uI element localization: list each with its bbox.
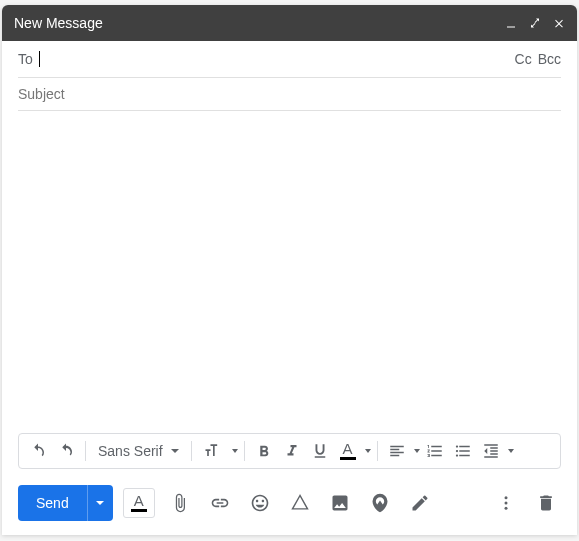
to-label: To bbox=[18, 51, 33, 67]
format-toolbar: Sans Serif A bbox=[18, 433, 561, 469]
titlebar[interactable]: New Message bbox=[2, 5, 577, 41]
svg-point-1 bbox=[505, 502, 508, 505]
subject-row[interactable] bbox=[18, 78, 561, 111]
chevron-down-icon[interactable] bbox=[232, 449, 238, 453]
attach-file-icon[interactable] bbox=[165, 488, 195, 518]
insert-signature-icon[interactable] bbox=[405, 488, 435, 518]
separator bbox=[244, 441, 245, 461]
numbered-list-button[interactable] bbox=[422, 437, 448, 465]
discard-draft-icon[interactable] bbox=[531, 488, 561, 518]
compose-window: New Message To Cc Bcc bbox=[2, 5, 577, 535]
window-controls bbox=[505, 17, 565, 29]
message-body[interactable] bbox=[2, 111, 577, 433]
chevron-down-icon bbox=[96, 501, 104, 505]
send-button[interactable]: Send bbox=[18, 485, 87, 521]
font-size-button[interactable] bbox=[198, 437, 228, 465]
insert-drive-icon[interactable] bbox=[285, 488, 315, 518]
separator bbox=[377, 441, 378, 461]
send-options-button[interactable] bbox=[87, 485, 113, 521]
redo-button[interactable] bbox=[53, 437, 79, 465]
font-family-label: Sans Serif bbox=[98, 443, 163, 459]
bulleted-list-button[interactable] bbox=[450, 437, 476, 465]
format-options-button[interactable]: A bbox=[123, 488, 155, 518]
action-bar: Send A bbox=[2, 475, 577, 535]
separator bbox=[191, 441, 192, 461]
insert-photo-icon[interactable] bbox=[325, 488, 355, 518]
text-color-button[interactable]: A bbox=[335, 437, 361, 465]
insert-emoji-icon[interactable] bbox=[245, 488, 275, 518]
align-button[interactable] bbox=[384, 437, 410, 465]
cc-button[interactable]: Cc bbox=[515, 51, 532, 67]
bcc-button[interactable]: Bcc bbox=[538, 51, 561, 67]
separator bbox=[85, 441, 86, 461]
send-group: Send bbox=[18, 485, 113, 521]
bold-button[interactable] bbox=[251, 437, 277, 465]
svg-point-0 bbox=[505, 496, 508, 499]
underline-button[interactable] bbox=[307, 437, 333, 465]
title-text: New Message bbox=[14, 15, 505, 31]
confidential-mode-icon[interactable] bbox=[365, 488, 395, 518]
fullscreen-icon[interactable] bbox=[529, 17, 541, 29]
more-options-icon[interactable] bbox=[491, 488, 521, 518]
chevron-down-icon[interactable] bbox=[414, 449, 420, 453]
to-row[interactable]: To Cc Bcc bbox=[18, 41, 561, 78]
insert-link-icon[interactable] bbox=[205, 488, 235, 518]
indent-button[interactable] bbox=[478, 437, 504, 465]
italic-button[interactable] bbox=[279, 437, 305, 465]
undo-button[interactable] bbox=[25, 437, 51, 465]
close-icon[interactable] bbox=[553, 17, 565, 29]
chevron-down-icon[interactable] bbox=[365, 449, 371, 453]
chevron-down-icon bbox=[171, 449, 179, 453]
chevron-down-icon[interactable] bbox=[508, 449, 514, 453]
subject-input[interactable] bbox=[18, 86, 561, 102]
minimize-icon[interactable] bbox=[505, 17, 517, 29]
to-input[interactable] bbox=[40, 49, 515, 69]
font-family-select[interactable]: Sans Serif bbox=[92, 443, 185, 459]
svg-point-2 bbox=[505, 507, 508, 510]
